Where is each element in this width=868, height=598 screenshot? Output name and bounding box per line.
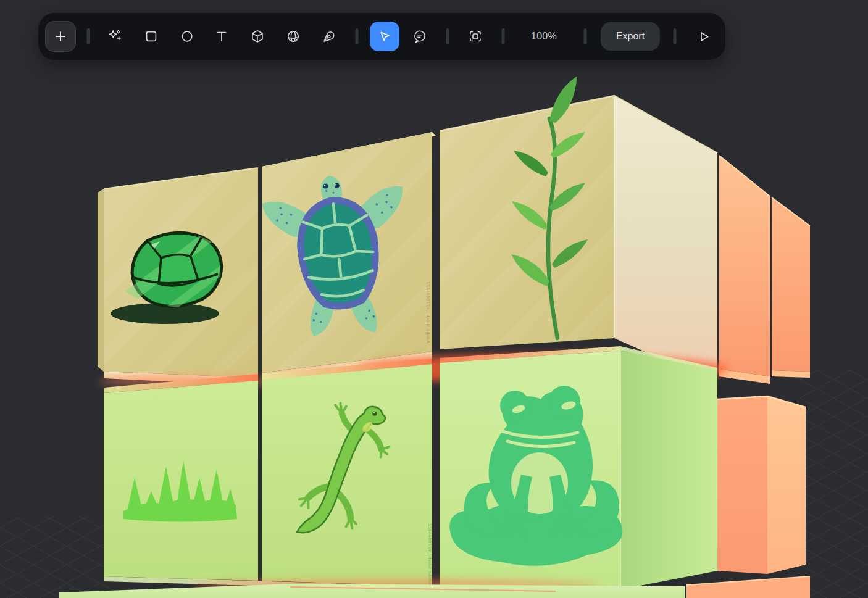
emerald-cube-left-face: [98, 189, 104, 372]
orange-cube-bottom-bevel: [772, 370, 810, 378]
cursor-icon: [377, 28, 393, 44]
text-icon: [213, 28, 230, 45]
orange-cube-back-2[interactable]: [772, 197, 810, 378]
orange-cube-right-face: [767, 396, 806, 574]
orange-cube-front-face: [717, 396, 767, 574]
orange-cube-front[interactable]: [717, 396, 806, 574]
ai-generate-button[interactable]: [102, 23, 129, 50]
grass-cube[interactable]: [104, 374, 258, 581]
ellipse-tool-button[interactable]: [173, 23, 201, 50]
toolbar-divider: [87, 28, 90, 44]
export-button[interactable]: Export: [601, 22, 660, 51]
turtle-cube[interactable]: Adobe Stock | #276644822: [260, 132, 436, 383]
square-icon: [143, 28, 160, 45]
frog-cube-right-face: [620, 351, 717, 589]
watermark-stripes: [440, 96, 614, 349]
frame-capture-button[interactable]: [462, 23, 489, 50]
comment-tool-button[interactable]: [406, 23, 433, 50]
pen-nib-icon: [320, 28, 338, 45]
rectangle-tool-button[interactable]: [138, 23, 165, 50]
sphere-icon: [285, 28, 302, 45]
lizard-cube[interactable]: Adobe Stock | #276644822: [262, 359, 433, 586]
select-tool-button[interactable]: [370, 22, 399, 51]
toolbar-divider: [446, 28, 449, 44]
circle-icon: [178, 28, 196, 45]
box-3d-tool-button[interactable]: [244, 23, 271, 50]
cube-icon: [249, 28, 266, 45]
viewport-3d[interactable]: Adobe Stock | #276644822: [0, 0, 868, 598]
lizard-cube-front-face: [262, 364, 432, 586]
play-button[interactable]: [690, 23, 717, 50]
floor-grid-right: [799, 370, 868, 598]
orange-cube-face: [772, 197, 810, 372]
emerald-cube[interactable]: [98, 168, 258, 386]
toolbar-divider: [356, 28, 359, 44]
floor-grid-left: [0, 516, 117, 598]
app-window: Adobe Stock | #276644822: [0, 0, 868, 598]
comment-bubble-icon: [411, 28, 428, 45]
toolbar: 100% Export: [38, 13, 725, 60]
text-tool-button[interactable]: [208, 23, 235, 50]
plus-icon: [52, 28, 69, 45]
zoom-level[interactable]: 100%: [531, 31, 557, 42]
frame-capture-icon: [467, 28, 484, 45]
stock-watermark-text: Adobe Stock | #276644822: [425, 281, 431, 343]
sparkles-icon: [107, 28, 124, 45]
sphere-3d-tool-button[interactable]: [280, 23, 307, 50]
frog-cube[interactable]: [440, 346, 717, 589]
stock-watermark-text: Adobe Stock | #276644822: [427, 523, 433, 585]
toolbar-divider: [502, 28, 505, 44]
toolbar-divider: [674, 28, 677, 44]
play-icon: [694, 27, 712, 46]
toolbar-divider: [584, 28, 587, 44]
pen-tool-button[interactable]: [315, 23, 343, 50]
add-object-button[interactable]: [45, 21, 76, 52]
orange-cube-back-1[interactable]: [719, 156, 770, 384]
